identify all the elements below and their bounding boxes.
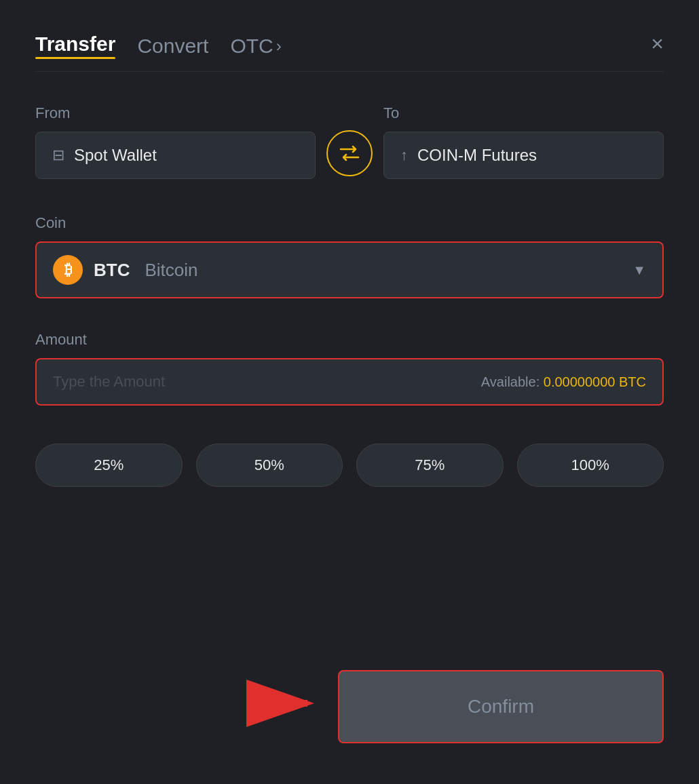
swap-button[interactable] xyxy=(326,130,373,176)
percentage-row: 25% 50% 75% 100% xyxy=(35,444,664,487)
coin-section: Coin ₿ BTC Bitcoin ▼ xyxy=(35,214,664,298)
card-icon: ⊟ xyxy=(52,146,64,164)
to-wallet-name: COIN-M Futures xyxy=(417,146,537,165)
from-wallet-name: Spot Wallet xyxy=(74,146,157,165)
to-label: To xyxy=(383,104,664,122)
header-divider xyxy=(35,71,664,72)
confirm-button[interactable]: Confirm xyxy=(338,670,664,743)
coin-full-name: Bitcoin xyxy=(145,260,197,281)
coin-dropdown[interactable]: ₿ BTC Bitcoin ▼ xyxy=(35,241,664,298)
available-balance: Available: 0.00000000 BTC xyxy=(481,374,646,390)
amount-input-box[interactable]: Type the Amount Available: 0.00000000 BT… xyxy=(35,358,664,406)
pct-100-button[interactable]: 100% xyxy=(517,444,664,487)
pct-25-button[interactable]: 25% xyxy=(35,444,183,487)
available-value: 0.00000000 BTC xyxy=(544,374,646,389)
btc-icon: ₿ xyxy=(53,255,83,285)
close-button[interactable]: × xyxy=(651,33,664,66)
from-wallet-selector[interactable]: ⊟ Spot Wallet xyxy=(35,132,316,179)
amount-label: Amount xyxy=(35,331,664,349)
to-group: To ↑ COIN-M Futures xyxy=(383,104,664,179)
arrow-indicator xyxy=(243,673,318,737)
transfer-modal: Transfer Convert OTC › × From ⊟ Spot Wal… xyxy=(0,0,699,784)
chevron-right-icon: › xyxy=(276,37,282,56)
swap-icon xyxy=(338,144,361,163)
amount-section: Amount Type the Amount Available: 0.0000… xyxy=(35,331,664,406)
bottom-area: Confirm xyxy=(35,670,664,743)
amount-placeholder: Type the Amount xyxy=(53,373,165,391)
pct-75-button[interactable]: 75% xyxy=(356,444,504,487)
available-label: Available: xyxy=(481,374,540,389)
modal-header: Transfer Convert OTC › × xyxy=(35,33,664,71)
to-wallet-selector[interactable]: ↑ COIN-M Futures xyxy=(383,132,664,179)
tab-transfer[interactable]: Transfer xyxy=(35,33,115,71)
futures-icon: ↑ xyxy=(400,146,408,164)
coin-chevron-icon: ▼ xyxy=(632,262,646,278)
from-group: From ⊟ Spot Wallet xyxy=(35,104,316,179)
red-arrow-icon xyxy=(243,673,318,734)
pct-50-button[interactable]: 50% xyxy=(196,444,343,487)
coin-symbol: BTC xyxy=(94,260,130,281)
tab-convert[interactable]: Convert xyxy=(137,35,208,70)
tab-otc[interactable]: OTC › xyxy=(230,35,281,70)
from-to-row: From ⊟ Spot Wallet To ↑ COIN-M Futures xyxy=(35,104,664,179)
coin-label: Coin xyxy=(35,214,664,232)
from-label: From xyxy=(35,104,316,122)
